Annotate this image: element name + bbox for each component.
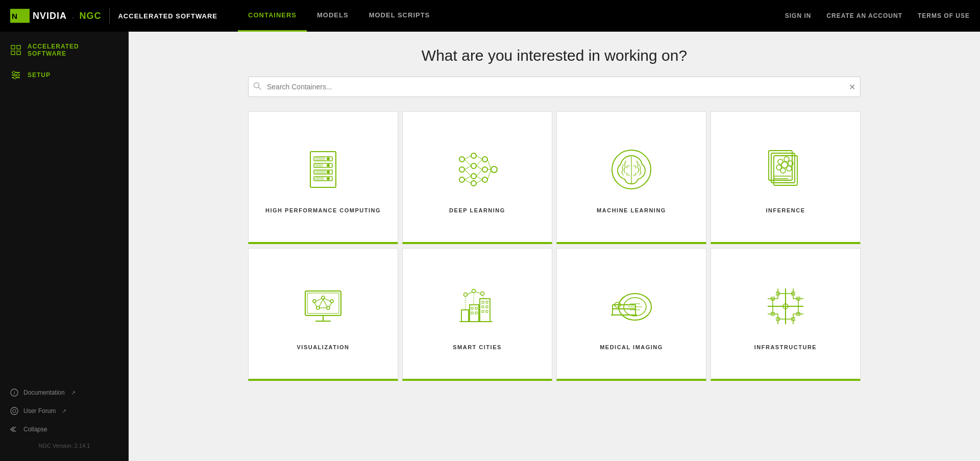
create-account-link[interactable]: CREATE AN ACCOUNT bbox=[826, 12, 902, 19]
nvidia-wordmark: NVIDIA bbox=[33, 11, 67, 21]
svg-rect-30 bbox=[315, 178, 324, 180]
category-card-deep-learning[interactable]: DEEP LEARNING bbox=[402, 111, 552, 244]
content-area: What are you interested in working on? ✕ bbox=[129, 32, 980, 461]
documentation-label: Documentation bbox=[23, 389, 65, 396]
search-input[interactable] bbox=[248, 77, 861, 97]
category-card-visualization[interactable]: VISUALIZATION bbox=[248, 248, 398, 381]
svg-point-62 bbox=[778, 159, 783, 164]
nav-link-containers[interactable]: CONTAINERS bbox=[238, 0, 307, 32]
setup-icon bbox=[10, 69, 21, 81]
top-nav: N NVIDIA . NGC ACCELERATED SOFTWARE CONT… bbox=[0, 0, 980, 32]
svg-line-45 bbox=[464, 169, 471, 176]
svg-point-63 bbox=[784, 157, 789, 162]
visualization-label: VISUALIZATION bbox=[297, 344, 349, 350]
svg-rect-87 bbox=[480, 299, 490, 322]
sidebar-item-accelerated-software[interactable]: ACCELERATED SOFTWARE bbox=[0, 37, 129, 63]
category-card-machine-learning[interactable]: MACHINE LEARNING bbox=[556, 111, 706, 244]
search-icon bbox=[253, 82, 261, 92]
nav-links: CONTAINERS MODELS MODEL SCRIPTS bbox=[238, 0, 440, 32]
svg-rect-95 bbox=[486, 310, 488, 312]
category-card-hpc[interactable]: HIGH PERFORMANCE COMPUTING bbox=[248, 111, 398, 244]
svg-line-17 bbox=[259, 87, 261, 90]
svg-point-100 bbox=[464, 293, 468, 296]
svg-point-101 bbox=[472, 289, 476, 293]
svg-line-103 bbox=[467, 292, 472, 295]
sidebar-item-setup[interactable]: SETUP bbox=[0, 63, 129, 87]
svg-point-31 bbox=[459, 157, 464, 162]
main-layout: ACCELERATED SOFTWARE SETUP i bbox=[0, 32, 980, 461]
svg-rect-71 bbox=[305, 291, 341, 316]
search-clear-button[interactable]: ✕ bbox=[849, 82, 855, 92]
svg-point-11 bbox=[14, 77, 16, 79]
svg-line-81 bbox=[325, 299, 330, 301]
medical-imaging-label: MEDICAL IMAGING bbox=[600, 344, 663, 350]
brain-icon bbox=[606, 144, 657, 195]
svg-rect-98 bbox=[471, 312, 473, 314]
deep-learning-label: DEEP LEARNING bbox=[449, 207, 505, 213]
sidebar-label-setup: SETUP bbox=[28, 71, 51, 79]
svg-rect-2 bbox=[11, 45, 15, 49]
svg-line-43 bbox=[464, 159, 471, 166]
svg-point-36 bbox=[471, 174, 476, 179]
svg-line-80 bbox=[316, 299, 322, 301]
svg-rect-91 bbox=[486, 301, 488, 303]
category-card-infrastructure[interactable]: INFRASTRUCTURE bbox=[710, 248, 861, 381]
svg-point-23 bbox=[327, 158, 329, 160]
svg-line-47 bbox=[464, 180, 471, 183]
sidebar-label-accelerated-software: ACCELERATED SOFTWARE bbox=[28, 43, 118, 57]
nav-link-model-scripts[interactable]: MODEL SCRIPTS bbox=[359, 0, 440, 32]
category-card-medical-imaging[interactable]: MEDICAL IMAGING bbox=[556, 248, 706, 381]
svg-rect-90 bbox=[482, 301, 484, 303]
sidebar-collapse-button[interactable]: Collapse bbox=[0, 420, 129, 439]
svg-point-75 bbox=[313, 300, 316, 303]
svg-rect-4 bbox=[11, 51, 15, 55]
sidebar: ACCELERATED SOFTWARE SETUP i bbox=[0, 32, 129, 461]
svg-line-48 bbox=[476, 156, 482, 159]
sign-in-link[interactable]: SIGN IN bbox=[785, 12, 812, 19]
svg-line-53 bbox=[476, 180, 482, 183]
ngc-wordmark: NGC bbox=[79, 11, 101, 21]
svg-point-39 bbox=[482, 167, 487, 172]
svg-point-32 bbox=[459, 167, 464, 172]
svg-rect-29 bbox=[315, 171, 326, 173]
version-label: NGC Version: 2.14.1 bbox=[0, 439, 129, 453]
svg-rect-99 bbox=[475, 312, 477, 314]
svg-point-67 bbox=[776, 165, 781, 170]
svg-point-40 bbox=[482, 177, 487, 182]
sidebar-item-user-forum[interactable]: User Forum ↗ bbox=[0, 402, 129, 420]
svg-rect-27 bbox=[315, 158, 325, 160]
svg-line-104 bbox=[475, 292, 481, 294]
svg-point-25 bbox=[327, 171, 329, 173]
svg-point-41 bbox=[491, 166, 497, 173]
sidebar-item-documentation[interactable]: i Documentation ↗ bbox=[0, 383, 129, 402]
circuit-icon bbox=[760, 281, 811, 332]
svg-rect-94 bbox=[482, 310, 484, 312]
svg-point-26 bbox=[327, 178, 329, 180]
machine-learning-label: MACHINE LEARNING bbox=[597, 207, 666, 213]
svg-line-84 bbox=[329, 303, 332, 307]
svg-point-68 bbox=[781, 162, 788, 168]
nvidia-logo: N NVIDIA . NGC bbox=[10, 9, 101, 23]
svg-text:i: i bbox=[14, 390, 15, 396]
infrastructure-label: INFRASTRUCTURE bbox=[754, 344, 817, 350]
svg-point-15 bbox=[13, 409, 16, 413]
smart-cities-label: SMART CITIES bbox=[453, 344, 502, 350]
svg-text:N: N bbox=[12, 12, 17, 20]
svg-rect-3 bbox=[17, 45, 20, 49]
category-card-smart-cities[interactable]: SMART CITIES bbox=[402, 248, 552, 381]
nav-link-models[interactable]: MODELS bbox=[307, 0, 359, 32]
nvidia-eye-icon: N bbox=[10, 9, 30, 23]
svg-line-82 bbox=[314, 303, 317, 307]
svg-point-34 bbox=[471, 153, 476, 158]
terms-link[interactable]: TERMS OF USE bbox=[918, 12, 970, 19]
hpc-label: HIGH PERFORMANCE COMPUTING bbox=[265, 207, 381, 213]
info-icon: i bbox=[10, 389, 18, 397]
svg-rect-92 bbox=[482, 306, 484, 308]
neural-network-icon bbox=[452, 144, 503, 195]
category-card-inference[interactable]: INFERENCE bbox=[710, 111, 861, 244]
svg-rect-96 bbox=[471, 307, 473, 309]
svg-point-76 bbox=[322, 296, 325, 299]
svg-point-102 bbox=[481, 292, 484, 295]
svg-line-50 bbox=[476, 166, 482, 169]
svg-point-10 bbox=[17, 74, 19, 77]
